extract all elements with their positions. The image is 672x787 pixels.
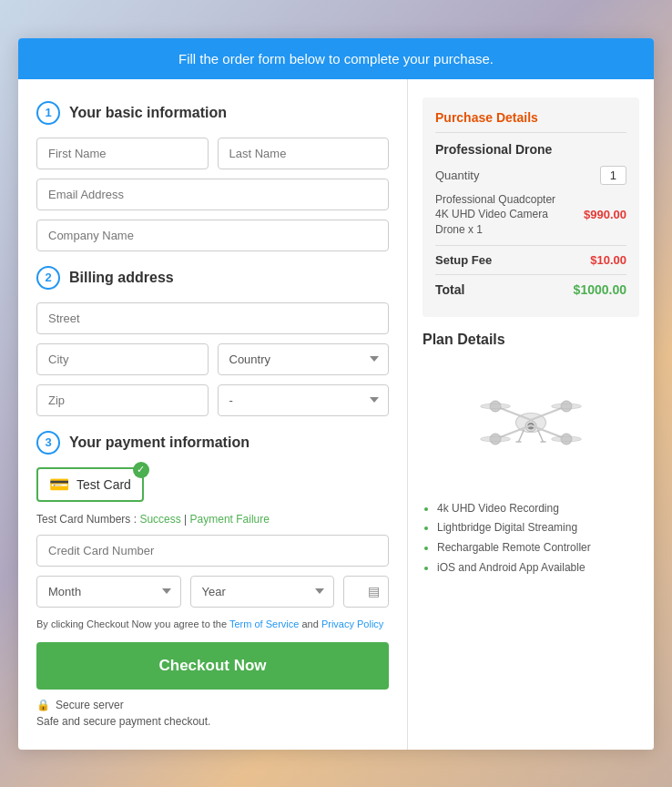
privacy-link[interactable]: Privacy Policy	[321, 618, 383, 629]
city-input[interactable]	[36, 343, 209, 375]
cvv-input[interactable]	[343, 576, 389, 608]
safe-text: Safe and secure payment checkout.	[36, 715, 389, 728]
name-row	[36, 138, 389, 169]
checkout-button[interactable]: Checkout Now	[36, 642, 389, 690]
company-row	[36, 220, 389, 251]
state-select[interactable]: - CA NY	[218, 384, 390, 416]
step3-circle: 3	[36, 431, 60, 455]
street-row	[36, 302, 389, 334]
product-line3: Drone x 1	[435, 222, 555, 238]
left-panel: 1 Your basic information	[18, 79, 408, 750]
section3-title: 3 Your payment information	[36, 431, 389, 455]
section1-title: 1 Your basic information	[36, 101, 389, 125]
svg-line-15	[519, 429, 524, 442]
card-label: Test Card	[76, 477, 131, 492]
setup-fee-row: Setup Fee $10.00	[435, 253, 626, 267]
section2-title: 2 Billing address	[36, 266, 389, 290]
secure-server-text: Secure server	[56, 699, 124, 711]
test-card-label: Test Card Numbers :	[36, 513, 137, 526]
first-name-input[interactable]	[36, 138, 209, 169]
email-input[interactable]	[36, 179, 389, 210]
terms-prefix: By clicking Checkout Now you agree to th…	[36, 618, 229, 629]
total-price: $1000.00	[574, 282, 626, 297]
total-label: Total	[435, 282, 464, 297]
company-name-input[interactable]	[36, 220, 389, 251]
product-line1: Professional Quadcopter	[435, 192, 555, 208]
cvv-wrapper: ▤	[343, 576, 389, 608]
month-select[interactable]: Month 01 02 03 04 05 06 07 08 09 10 11 1…	[36, 576, 181, 608]
svg-point-13	[481, 436, 511, 442]
setup-label: Setup Fee	[435, 253, 492, 267]
drone-image	[423, 359, 639, 486]
svg-point-14	[552, 436, 582, 442]
step1-circle: 1	[36, 101, 60, 125]
section-basic-info: 1 Your basic information	[36, 101, 389, 251]
product-desc: Professional Quadcopter 4K UHD Video Cam…	[435, 192, 555, 238]
product-price: $990.00	[584, 208, 626, 221]
step2-circle: 2	[36, 266, 60, 290]
credit-card-icon: 💳	[49, 475, 69, 495]
plan-details: Plan Details	[423, 332, 639, 577]
test-card-failure-link[interactable]: Payment Failure	[190, 513, 270, 526]
credit-card-input[interactable]	[36, 535, 389, 567]
test-card-info: Test Card Numbers : Success | Payment Fa…	[36, 513, 389, 526]
feature-item: Lightbridge Digital Streaming	[437, 518, 639, 538]
check-badge: ✓	[133, 462, 149, 478]
card-option-testcard[interactable]: 💳 Test Card ✓	[36, 467, 144, 502]
banner-text: Fill the order form below to complete yo…	[178, 51, 494, 66]
year-select[interactable]: Year 2024 2025 2026 2027	[190, 576, 335, 608]
section-payment: 3 Your payment information 💳 Test Card ✓…	[36, 431, 389, 728]
section-billing: 2 Billing address Country United States …	[36, 266, 389, 416]
feature-item: Rechargable Remote Controller	[437, 538, 639, 558]
svg-point-11	[481, 404, 511, 409]
product-price-row: Professional Quadcopter 4K UHD Video Cam…	[435, 192, 626, 238]
svg-line-16	[538, 429, 544, 442]
checkout-btn-label: Checkout Now	[158, 657, 266, 674]
terms-and: and	[301, 618, 321, 629]
total-row: Total $1000.00	[435, 282, 626, 297]
zip-input[interactable]	[36, 384, 209, 416]
email-row	[36, 179, 389, 210]
feature-item: 4k UHD Video Recording	[437, 499, 639, 519]
last-name-input[interactable]	[218, 138, 390, 169]
terms-text: By clicking Checkout Now you agree to th…	[36, 618, 389, 629]
features-list: 4k UHD Video RecordingLightbridge Digita…	[423, 499, 639, 577]
feature-item: iOS and Android App Available	[437, 558, 639, 578]
expiry-cvv-row: Month 01 02 03 04 05 06 07 08 09 10 11 1…	[36, 576, 389, 608]
street-input[interactable]	[36, 302, 389, 334]
plan-details-title: Plan Details	[423, 332, 639, 348]
top-banner: Fill the order form below to complete yo…	[18, 38, 654, 79]
right-panel: Purchase Details Professional Drone Quan…	[408, 79, 654, 750]
divider1	[435, 245, 626, 246]
product-name: Professional Drone	[435, 142, 626, 157]
main-container: Fill the order form below to complete yo…	[18, 38, 654, 750]
svg-point-12	[552, 404, 582, 409]
main-content: 1 Your basic information	[18, 79, 654, 750]
zip-state-row: - CA NY	[36, 384, 389, 416]
divider2	[435, 274, 626, 275]
credit-card-row	[36, 535, 389, 567]
setup-price: $10.00	[590, 253, 626, 267]
product-line2: 4K UHD Video Camera	[435, 207, 555, 222]
quantity-label: Quantity	[435, 169, 479, 182]
drone-svg	[463, 368, 599, 477]
lock-icon: 🔒	[36, 699, 50, 711]
pipe-separator: |	[184, 513, 187, 526]
quantity-value: 1	[600, 166, 626, 185]
purchase-details-title: Purchase Details	[435, 110, 626, 133]
cvv-icon: ▤	[368, 584, 380, 598]
purchase-details-box: Purchase Details Professional Drone Quan…	[423, 97, 639, 317]
terms-link[interactable]: Term of Service	[229, 618, 299, 629]
test-card-success-link[interactable]: Success	[139, 513, 180, 526]
secure-server-row: 🔒 Secure server	[36, 699, 389, 711]
city-country-row: Country United States United Kingdom Can…	[36, 343, 389, 375]
quantity-row: Quantity 1	[435, 166, 626, 185]
country-select[interactable]: Country United States United Kingdom Can…	[218, 343, 390, 375]
